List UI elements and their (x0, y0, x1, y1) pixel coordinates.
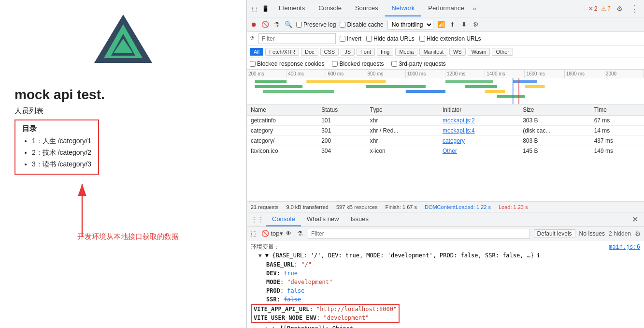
type-pill-fetchxhr[interactable]: Fetch/XHR (265, 48, 299, 56)
filter-input[interactable] (258, 33, 336, 44)
default-levels-btn[interactable]: Default levels (534, 229, 575, 238)
upload-icon[interactable]: ⬆ (449, 21, 457, 29)
disable-cache-input[interactable] (340, 22, 345, 28)
tab-sources[interactable]: Sources (348, 0, 385, 16)
console-base-url: BASE_URL: "/" (251, 260, 640, 269)
network-table-area[interactable]: Name Status Type Initiator Size Time get… (247, 104, 644, 201)
more-menu-icon[interactable]: ⋮ (629, 2, 641, 15)
top-label: top (271, 230, 279, 237)
row-size: (disk cac... (519, 126, 590, 136)
preserve-log-input[interactable] (296, 22, 302, 28)
col-header-size[interactable]: Size (519, 104, 590, 116)
row-name[interactable]: category/ (247, 136, 317, 146)
settings-icon[interactable]: ⚙ (615, 4, 625, 14)
filter-icon[interactable]: ⚗ (273, 21, 281, 29)
console-tab-issues[interactable]: Issues (345, 212, 375, 226)
no-issues-badge: No Issues (579, 230, 605, 237)
hide-data-urls-input[interactable] (366, 36, 372, 42)
search-icon[interactable]: 🔍 (285, 21, 292, 29)
blocked-response-input[interactable] (250, 61, 256, 67)
timeline-bars (247, 78, 644, 104)
console-close-btn[interactable]: ✕ (628, 215, 642, 224)
type-pill-manifest[interactable]: Manifest (419, 48, 447, 56)
console-top-dropdown[interactable]: top ▾ (273, 230, 281, 238)
type-pill-media[interactable]: Media (395, 48, 417, 56)
type-pill-font[interactable]: Font (357, 48, 375, 56)
row-status: 101 (317, 116, 366, 126)
tick-200ms: 200 ms (247, 70, 286, 78)
blocked-requests-input[interactable] (332, 61, 338, 67)
type-pill-other[interactable]: Other (492, 48, 513, 56)
col-header-name[interactable]: Name (247, 104, 317, 116)
device-icon[interactable]: 📱 (260, 4, 271, 13)
third-party-input[interactable] (391, 61, 397, 67)
hide-ext-urls-checkbox[interactable]: Hide extension URLs (419, 35, 481, 42)
table-row[interactable]: getcatinfo101xhrmockapi.js:2303 B67 ms (247, 116, 644, 126)
type-pill-doc[interactable]: Doc (301, 48, 318, 56)
row-initiator[interactable]: Other (439, 146, 519, 156)
clear-icon[interactable]: 🚫 (261, 21, 269, 29)
col-header-type[interactable]: Type (366, 104, 439, 116)
prototype-expand[interactable]: ▶ (266, 326, 270, 328)
record-stop-icon[interactable]: ⏺ (250, 21, 258, 29)
tab-performance[interactable]: Performance (421, 0, 471, 16)
table-row[interactable]: favicon.ico304x-iconOther145 B149 ms (247, 146, 644, 156)
console-tab-whatsnew[interactable]: What's new (301, 212, 345, 226)
dev-key: DEV (266, 270, 277, 277)
preserve-log-checkbox[interactable]: Preserve log (296, 21, 336, 28)
inspect-icon[interactable]: ⬚ (250, 4, 259, 13)
type-pill-ws[interactable]: WS (449, 48, 466, 56)
network-settings-icon[interactable]: ⚙ (472, 21, 480, 29)
row-initiator[interactable]: mockapi.js:2 (439, 116, 519, 126)
tab-console[interactable]: Console (312, 0, 348, 16)
row-initiator[interactable]: mockapi.js:4 (439, 126, 519, 136)
console-gear-icon[interactable]: ⚙ (635, 230, 641, 238)
table-row[interactable]: category301xhr / Red...mockapi.js:4(disk… (247, 126, 644, 136)
catalog-list: 1：人生 /category/1 2：技术 /category/2 3：读书 /… (22, 135, 91, 170)
type-pill-img[interactable]: Img (377, 48, 393, 56)
tab-network[interactable]: Network (385, 0, 422, 16)
download-icon[interactable]: ⬇ (460, 21, 468, 29)
table-row[interactable]: category/200xhrcategory803 B437 ms (247, 136, 644, 146)
warn-icon: ⚠ (601, 5, 606, 12)
hide-ext-urls-input[interactable] (419, 36, 425, 42)
type-pill-js[interactable]: JS (341, 48, 355, 56)
row-type: x-icon (366, 146, 439, 156)
wifi-icon[interactable]: 📶 (437, 21, 445, 29)
row-initiator[interactable]: category (439, 136, 519, 146)
disable-cache-checkbox[interactable]: Disable cache (340, 21, 383, 28)
console-filter-input[interactable] (308, 229, 530, 239)
dev-val: true (284, 270, 298, 277)
people-list-label: 人员列表 (14, 106, 232, 116)
main-js-link[interactable]: main.js:6 (609, 242, 640, 251)
blocked-response-checkbox[interactable]: Blocked response cookies (250, 60, 324, 67)
left-panel: mock api test. 人员列表 目录 1：人生 /category/1 … (0, 0, 246, 328)
type-pill-all[interactable]: All (250, 48, 263, 56)
col-header-initiator[interactable]: Initiator (439, 104, 519, 116)
catalog-box: 目录 1：人生 /category/1 2：技术 /category/2 3：读… (14, 119, 99, 175)
expand-arrow[interactable]: ▼ (258, 253, 262, 259)
col-header-status[interactable]: Status (317, 104, 366, 116)
blocked-requests-checkbox[interactable]: Blocked requests (332, 60, 384, 67)
tab-elements[interactable]: Elements (272, 0, 312, 16)
third-party-checkbox[interactable]: 3rd-party requests (391, 60, 445, 67)
throttle-select[interactable]: No throttling (387, 20, 433, 30)
catalog-item-2[interactable]: 2：技术 /category/2 (32, 147, 91, 159)
hide-data-urls-checkbox[interactable]: Hide data URLs (366, 35, 415, 42)
console-clear-icon[interactable]: 🚫 (261, 230, 269, 238)
row-name[interactable]: category (247, 126, 317, 136)
console-eye-icon[interactable]: 👁 (285, 230, 292, 238)
invert-input[interactable] (340, 36, 345, 42)
tick-1400ms: 1400 ms (485, 70, 525, 78)
catalog-item-1[interactable]: 1：人生 /category/1 (32, 135, 91, 147)
catalog-item-3[interactable]: 3：读书 /category/3 (32, 159, 91, 170)
console-sidebar-icon[interactable]: ⬚ (250, 230, 258, 238)
invert-checkbox[interactable]: Invert (340, 35, 361, 42)
more-tabs-icon[interactable]: » (471, 4, 478, 13)
row-name[interactable]: getcatinfo (247, 116, 317, 126)
row-name[interactable]: favicon.ico (247, 146, 317, 156)
col-header-time[interactable]: Time (590, 104, 644, 116)
type-pill-css[interactable]: CSS (320, 48, 339, 56)
console-tab-console[interactable]: Console (266, 212, 301, 226)
type-pill-wasm[interactable]: Wasm (468, 48, 490, 56)
